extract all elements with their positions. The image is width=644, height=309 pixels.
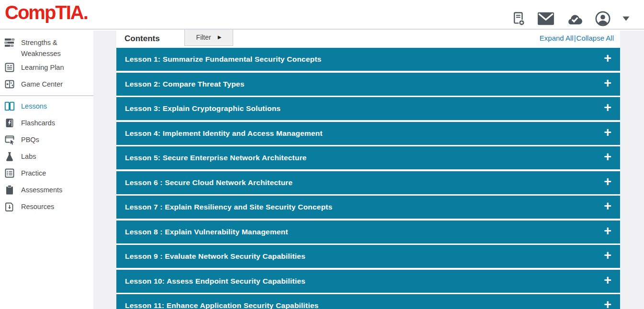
cloud-check-icon[interactable] [566,12,583,25]
sidebar-divider [0,95,93,96]
main-content: Contents Filter ▶ Expand All|Collapse Al… [116,30,620,309]
lesson-accordion-row[interactable]: Lesson 5: Secure Enterprise Network Arch… [116,146,620,169]
sidebar-item-practice[interactable]: Practice [0,165,93,182]
assessments-clipboard-icon [4,184,15,196]
sidebar-item-label: Resources [21,201,54,212]
collapse-all-link[interactable]: Collapse All [576,34,614,42]
sidebar-item-resources[interactable]: Resources [0,199,93,215]
lesson-accordion-row[interactable]: Lesson 10: Assess Endpoint Security Capa… [116,270,620,293]
pbq-icon [4,134,15,145]
labs-flask-icon [4,151,15,162]
lesson-title: Lesson 5: Secure Enterprise Network Arch… [125,154,306,162]
expand-plus-icon[interactable]: + [604,101,611,116]
left-gutter [93,31,116,309]
sidebar: Strengths & Weaknesses Learning Plan Gam [0,31,93,309]
sidebar-item-learning-plan[interactable]: Learning Plan [0,59,93,76]
expand-all-link[interactable]: Expand All [540,34,574,42]
sidebar-item-label: Labs [21,151,36,162]
sidebar-item-strengths-weaknesses[interactable]: Strengths & Weaknesses [0,34,93,59]
lesson-accordion-row[interactable]: Lesson 6 : Secure Cloud Network Architec… [116,171,620,194]
lesson-accordion-row[interactable]: Lesson 2: Compare Threat Types + [116,73,620,96]
lesson-title: Lesson 9 : Evaluate Network Security Cap… [125,252,305,261]
expand-plus-icon[interactable]: + [604,274,611,288]
lesson-accordion-row[interactable]: Lesson 3: Explain Cryptographic Solution… [116,97,620,120]
top-header: CompTIA. [0,0,644,30]
lesson-title: Lesson 6 : Secure Cloud Network Architec… [125,178,293,187]
lesson-accordion-row[interactable]: Lesson 9 : Evaluate Network Security Cap… [116,245,620,268]
learning-plan-icon [4,62,15,73]
mail-icon[interactable] [537,12,554,25]
lesson-title: Lesson 11: Enhance Application Security … [125,301,318,309]
lessons-book-icon [4,100,15,112]
lesson-title: Lesson 4: Implement Identity and Access … [125,129,323,138]
sidebar-item-label: Strengths & Weaknesses [21,37,90,59]
sidebar-item-labs[interactable]: Labs [0,148,93,165]
lesson-title: Lesson 1: Summarize Fundamental Security… [125,55,321,64]
expand-plus-icon[interactable]: + [604,200,611,214]
lessons-accordion: Lesson 1: Summarize Fundamental Security… [116,48,620,309]
sidebar-item-game-center[interactable]: Game Center [0,76,93,93]
expand-plus-icon[interactable]: + [604,77,611,91]
sidebar-item-label: Game Center [21,78,63,90]
practice-icon [4,167,15,179]
sidebar-item-assessments[interactable]: Assessments [0,182,93,199]
lesson-title: Lesson 2: Compare Threat Types [125,80,244,88]
flashcards-icon [4,117,15,129]
strengths-weaknesses-icon [4,37,15,48]
sidebar-item-label: Lessons [21,100,47,112]
expand-plus-icon[interactable]: + [604,298,611,309]
sidebar-item-flashcards[interactable]: Flashcards [0,115,93,132]
comptia-logo[interactable]: CompTIA. [5,2,88,23]
account-icon[interactable] [595,11,611,27]
sidebar-item-label: Flashcards [21,117,55,129]
expand-collapse-links: Expand All|Collapse All [540,34,614,42]
content-header: Contents Filter ▶ Expand All|Collapse Al… [116,30,620,48]
game-center-icon [4,78,15,90]
expand-plus-icon[interactable]: + [604,52,611,66]
sidebar-item-label: Assessments [21,184,62,196]
transcript-icon[interactable] [511,11,526,26]
filter-button[interactable]: Filter ▶ [184,29,233,46]
caret-down-icon[interactable] [622,16,630,22]
lesson-title: Lesson 10: Assess Endpoint Security Capa… [125,277,305,286]
links-separator: | [574,34,576,42]
lesson-title: Lesson 7 : Explain Resiliency and Site S… [125,203,332,211]
expand-plus-icon[interactable]: + [604,225,611,239]
lesson-title: Lesson 3: Explain Cryptographic Solution… [125,104,281,113]
expand-plus-icon[interactable]: + [604,151,611,165]
lesson-accordion-row[interactable]: Lesson 11: Enhance Application Security … [116,294,620,309]
page-title: Contents [124,34,160,44]
expand-plus-icon[interactable]: + [604,176,611,190]
lesson-accordion-row[interactable]: Lesson 1: Summarize Fundamental Security… [116,48,620,71]
sidebar-item-label: Learning Plan [21,62,64,73]
sidebar-item-pbqs[interactable]: PBQs [0,132,93,148]
expand-plus-icon[interactable]: + [604,249,611,264]
lesson-accordion-row[interactable]: Lesson 8 : Explain Vulnerability Managem… [116,221,620,243]
lesson-accordion-row[interactable]: Lesson 4: Implement Identity and Access … [116,122,620,145]
sidebar-item-lessons[interactable]: Lessons [0,98,93,115]
lesson-title: Lesson 8 : Explain Vulnerability Managem… [125,228,288,236]
resources-icon [4,201,15,212]
lesson-accordion-row[interactable]: Lesson 7 : Explain Resiliency and Site S… [116,196,620,219]
expand-plus-icon[interactable]: + [604,126,611,141]
right-gutter [620,31,644,309]
sidebar-item-label: Practice [21,167,46,179]
filter-arrow-icon: ▶ [218,35,222,40]
sidebar-item-label: PBQs [21,134,39,145]
filter-label: Filter [196,33,211,41]
